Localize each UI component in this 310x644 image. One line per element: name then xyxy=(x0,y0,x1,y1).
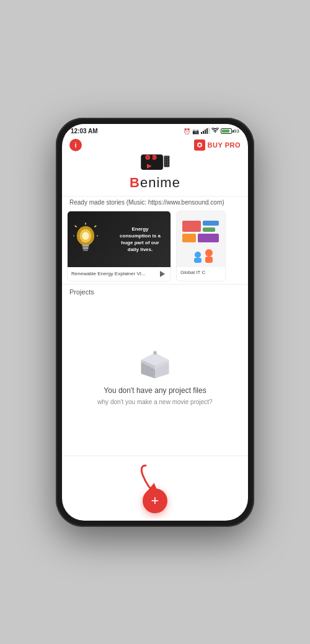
signal-icon xyxy=(201,128,210,135)
play-triangle-icon xyxy=(160,271,165,277)
play-button-energy[interactable] xyxy=(158,270,167,278)
svg-point-8 xyxy=(146,156,149,158)
story-title-energy: Renewable Energy Explainer VI... xyxy=(71,271,158,276)
svg-rect-26 xyxy=(82,247,88,249)
wifi-icon xyxy=(211,128,219,135)
empty-state-subtitle: why don't you make a new movie project? xyxy=(97,399,212,405)
status-icons: ⏰ 📷 xyxy=(184,128,239,135)
svg-rect-2 xyxy=(205,130,206,134)
buy-pro-icon xyxy=(194,139,205,151)
empty-state-title: You don't have any project files xyxy=(104,386,206,395)
video-icon: 📷 xyxy=(192,128,199,135)
svg-point-40 xyxy=(195,252,201,258)
svg-rect-17 xyxy=(165,164,166,165)
projects-section: Projects xyxy=(62,284,248,456)
story-card-energy[interactable]: Energyconsumption is ahuge part of ourda… xyxy=(67,211,171,281)
energy-text: Energyconsumption is ahuge part of ourda… xyxy=(112,225,168,253)
svg-point-38 xyxy=(205,249,213,257)
story-title-global: Global IT C xyxy=(180,270,221,275)
svg-rect-36 xyxy=(182,234,196,242)
svg-rect-18 xyxy=(167,156,169,158)
info-button[interactable]: i xyxy=(69,139,82,151)
svg-rect-14 xyxy=(165,156,166,158)
buy-pro-label: BUY PRO xyxy=(208,141,241,149)
svg-rect-11 xyxy=(150,156,153,158)
svg-rect-15 xyxy=(165,159,166,161)
projects-label: Projects xyxy=(62,284,248,298)
story-card-footer: Renewable Energy Explainer VI... xyxy=(68,267,170,281)
svg-rect-25 xyxy=(82,244,89,246)
camera-logo-icon xyxy=(139,148,171,174)
svg-point-48 xyxy=(153,351,157,355)
svg-line-29 xyxy=(94,226,96,227)
svg-rect-1 xyxy=(203,131,204,134)
svg-rect-34 xyxy=(203,221,219,226)
svg-rect-27 xyxy=(83,249,88,250)
battery-percent: 93 xyxy=(234,128,239,134)
svg-rect-21 xyxy=(167,164,169,165)
svg-rect-35 xyxy=(203,227,215,232)
app-name: Benime xyxy=(130,175,180,191)
battery-icon xyxy=(221,128,232,134)
story-card-global[interactable]: Global IT C xyxy=(176,211,226,281)
svg-point-24 xyxy=(82,232,89,240)
svg-rect-5 xyxy=(198,144,200,146)
svg-point-10 xyxy=(153,156,156,158)
app-header: i BUY PRO xyxy=(62,136,248,196)
app-content: i BUY PRO xyxy=(62,136,248,521)
story-thumbnail-global xyxy=(177,211,225,267)
phone-screen: 12:03 AM ⏰ 📷 xyxy=(62,124,248,521)
alarm-icon: ⏰ xyxy=(184,128,190,135)
logo-area: Benime xyxy=(130,148,180,191)
svg-rect-3 xyxy=(206,128,208,134)
svg-rect-20 xyxy=(167,161,169,163)
buy-pro-button[interactable]: BUY PRO xyxy=(194,139,241,151)
stories-scroll[interactable]: Energyconsumption is ahuge part of ourda… xyxy=(62,208,248,284)
phone-frame: 12:03 AM ⏰ 📷 xyxy=(56,118,254,527)
svg-rect-0 xyxy=(201,132,202,134)
story-thumbnail-energy: Energyconsumption is ahuge part of ourda… xyxy=(68,211,170,267)
empty-box-icon xyxy=(136,348,174,379)
status-time: 12:03 AM xyxy=(71,128,98,135)
svg-rect-16 xyxy=(165,161,166,163)
stories-section-label: Ready made stories (Music: https://www.b… xyxy=(62,196,248,208)
story-card-global-footer: Global IT C xyxy=(177,267,225,278)
svg-rect-19 xyxy=(167,159,169,161)
empty-state: You don't have any project files why don… xyxy=(62,298,248,456)
fab-plus-icon: + xyxy=(151,494,159,508)
svg-rect-33 xyxy=(182,221,201,232)
status-bar: 12:03 AM ⏰ 📷 xyxy=(62,124,248,136)
add-project-button[interactable]: + xyxy=(143,488,167,513)
fab-area: + xyxy=(62,456,248,521)
svg-rect-41 xyxy=(194,258,202,263)
svg-rect-4 xyxy=(208,128,210,134)
svg-rect-37 xyxy=(198,234,219,242)
svg-rect-39 xyxy=(205,257,213,263)
svg-line-30 xyxy=(75,226,77,227)
